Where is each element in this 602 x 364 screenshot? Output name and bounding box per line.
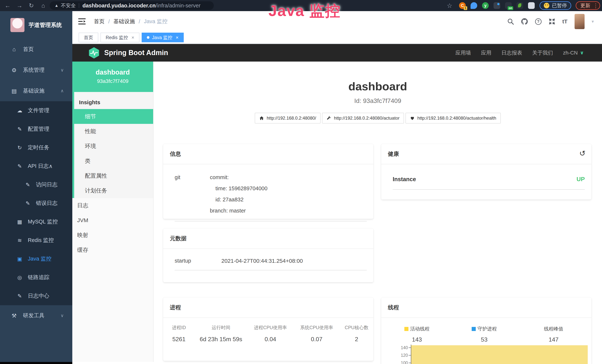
tick-mark [409, 363, 411, 363]
extension-switch-icon[interactable]: on [505, 2, 512, 9]
address-bar[interactable]: ▲ 不安全 dashboard.yudao.iocoder.cn/infra/a… [50, 1, 214, 10]
menu-item-scheduled-tasks[interactable]: 计划任务 [74, 183, 153, 198]
menu-item-metrics[interactable]: 性能 [74, 124, 153, 139]
col-header-pid: 进程ID [163, 324, 195, 331]
tab-redis-monitor[interactable]: Redis 监控 × [100, 33, 140, 42]
sidebar-item-file-manage[interactable]: ☁ 文件管理 [0, 101, 72, 120]
sba-main: dashboard Id: 93a3fc7f7409 http://192.16… [153, 62, 602, 362]
log-icon: ✎ [24, 182, 31, 188]
menu-item-config-props[interactable]: 配置属性 [74, 168, 153, 183]
metadata-row: startup 2021-04-27T00:44:31.254+08:00 [175, 258, 367, 270]
sba-nav-wallboard[interactable]: 应用墙 [456, 49, 471, 56]
card-title: 线程 [388, 304, 399, 311]
tab-home[interactable]: 首页 [79, 33, 98, 42]
sidebar-item-redis-monitor[interactable]: ≋ Redis 监控 [0, 231, 72, 250]
yudao-sidebar: 芋道管理系统 ⌂ 首页 ⚙ 系统管理 ∨ ▤ 基础设施 ∧ ☁ 文件管理 ✎ 配… [0, 11, 72, 362]
sidebar-item-label: 基础设施 [23, 87, 44, 95]
menu-item-logs[interactable]: 日志 [72, 198, 153, 213]
user-menu-caret-icon[interactable]: ▾ [592, 19, 594, 24]
sidebar-item-label: 日志中心 [28, 292, 49, 300]
browser-toolbar-right: ☆ C1 y on 已暂停 更新 ⋮ [447, 0, 600, 11]
menu-item-environment[interactable]: 环境 [74, 139, 153, 153]
sidebar-toggle-icon[interactable] [78, 18, 86, 25]
breadcrumb-infra[interactable]: 基础设施 [113, 18, 135, 25]
help-icon[interactable]: ? [535, 18, 542, 25]
sidebar-item-scheduled-jobs[interactable]: ↻ 定时任务 [0, 138, 72, 157]
sidebar-item-access-log[interactable]: ✎ 访问日志 [0, 175, 72, 194]
sidebar-logo-row: 芋道管理系统 [0, 11, 72, 39]
extension-leaf-icon[interactable] [516, 2, 523, 9]
browser-reload-icon[interactable]: ↻ [27, 2, 36, 9]
sidebar-item-home[interactable]: ⌂ 首页 [0, 39, 72, 60]
cloud-icon: ☁ [16, 107, 23, 114]
process-table-value-row: 5261 6d 23h 15m 59s 0.04 0.07 2 [163, 331, 373, 343]
paused-pill[interactable]: 已暂停 [539, 1, 571, 10]
window-bottom-strip [0, 362, 72, 364]
browser-back-icon[interactable]: ← [3, 2, 12, 9]
col-header-cpu-cores: CPU核心数 [340, 324, 373, 331]
text-size-icon[interactable]: tT [562, 18, 568, 25]
tab-label: Redis 监控 [106, 34, 128, 41]
sidebar-item-config-manage[interactable]: ✎ 配置管理 [0, 120, 72, 138]
locale-label: zh-CN [563, 50, 578, 56]
process-table-header-row: 进程ID 运行时间 进程CPU使用率 系统CPU使用率 CPU核心数 [163, 324, 373, 331]
sidebar-item-tracing[interactable]: ◎ 链路追踪 [0, 268, 72, 287]
git-values: commit: time: 1596289704000 id: 27aa832 … [210, 172, 268, 216]
extension-grid-icon[interactable] [494, 2, 500, 9]
update-label: 更新 [580, 2, 590, 9]
actuator-url-link[interactable]: http://192.168.0.2:48080/actuator [322, 113, 404, 124]
close-icon[interactable]: × [131, 35, 134, 40]
value-cpu-cores: 2 [340, 336, 373, 343]
sidebar-item-label: Redis 监控 [28, 237, 54, 244]
menu-item-classes[interactable]: 类 [74, 153, 153, 168]
value-system-cpu: 0.07 [293, 336, 340, 343]
menu-item-caches[interactable]: 缓存 [72, 243, 153, 257]
sidebar-item-dev-tools[interactable]: ⚒ 研发工具 ∨ [0, 305, 72, 326]
sidebar-item-java-monitor[interactable]: ▣ Java 监控 [0, 250, 72, 268]
sidebar-item-mysql-monitor[interactable]: ▦ MySQL 监控 [0, 213, 72, 231]
sidebar-item-label: 错误日志 [36, 200, 57, 207]
tick-mark [409, 347, 411, 348]
sba-nav-journal[interactable]: 日志报表 [502, 49, 522, 56]
card-title: 信息 [170, 150, 181, 158]
sba-brand-title[interactable]: Spring Boot Admin [104, 49, 168, 57]
sidebar-item-infra[interactable]: ▤ 基础设施 ∧ [0, 80, 72, 101]
browser-forward-icon[interactable]: → [15, 2, 24, 9]
security-label: 不安全 [61, 2, 76, 9]
fullscreen-icon[interactable] [548, 18, 555, 25]
bookmark-star-icon[interactable]: ☆ [447, 2, 452, 9]
extensions-puzzle-icon[interactable] [528, 2, 535, 9]
user-avatar[interactable] [575, 14, 585, 29]
extension-colorzilla-icon[interactable]: C1 [459, 2, 466, 9]
menu-item-mappings[interactable]: 映射 [72, 228, 153, 243]
browser-menu-dots-icon[interactable]: ⋮ [593, 2, 598, 9]
history-icon[interactable]: ↺ [579, 149, 585, 158]
emoji-face-icon [544, 3, 549, 8]
sidebar-item-system[interactable]: ⚙ 系统管理 ∨ [0, 60, 72, 80]
github-icon[interactable] [521, 18, 528, 25]
sba-nav-about[interactable]: 关于我们 [532, 49, 553, 56]
link-label: http://192.168.0.2:48080/ [267, 116, 316, 121]
threads-legend: 活动线程 143 守护进程 53 线程峰值 147 [381, 318, 591, 343]
search-icon[interactable] [507, 18, 514, 25]
breadcrumb-home[interactable]: 首页 [94, 18, 105, 25]
browser-home-icon[interactable]: ⌂ [39, 2, 47, 9]
extension-badge: 1 [464, 6, 467, 10]
extension-pin-icon[interactable] [471, 2, 477, 9]
close-icon[interactable]: × [176, 35, 179, 40]
locale-selector[interactable]: zh-CN ∨ [563, 50, 584, 56]
database-icon: ▦ [16, 219, 23, 225]
sba-nav-applications[interactable]: 应用 [481, 49, 492, 56]
sidebar-item-error-log[interactable]: ✎ 错误日志 [0, 194, 72, 213]
sidebar-item-log-center[interactable]: ✎ 日志中心 [0, 287, 72, 305]
screen: ← → ↻ ⌂ ▲ 不安全 dashboard.yudao.iocoder.cn… [0, 0, 602, 364]
service-url-link[interactable]: http://192.168.0.2:48080/ [255, 113, 321, 124]
update-button[interactable]: 更新 ⋮ [576, 1, 600, 10]
menu-item-details[interactable]: 细节 [74, 109, 153, 124]
tab-java-monitor[interactable]: Java 监控 × [142, 33, 184, 42]
menu-item-jvm[interactable]: JVM [72, 213, 153, 228]
health-url-link[interactable]: http://192.168.0.2:48080/actuator/health [406, 113, 501, 124]
extension-y-icon[interactable]: y [482, 2, 489, 9]
sidebar-item-api-logs[interactable]: ✎ API 日志 ∧ [0, 157, 72, 175]
instance-header[interactable]: dashboard 93a3fc7f7409 [72, 62, 153, 92]
